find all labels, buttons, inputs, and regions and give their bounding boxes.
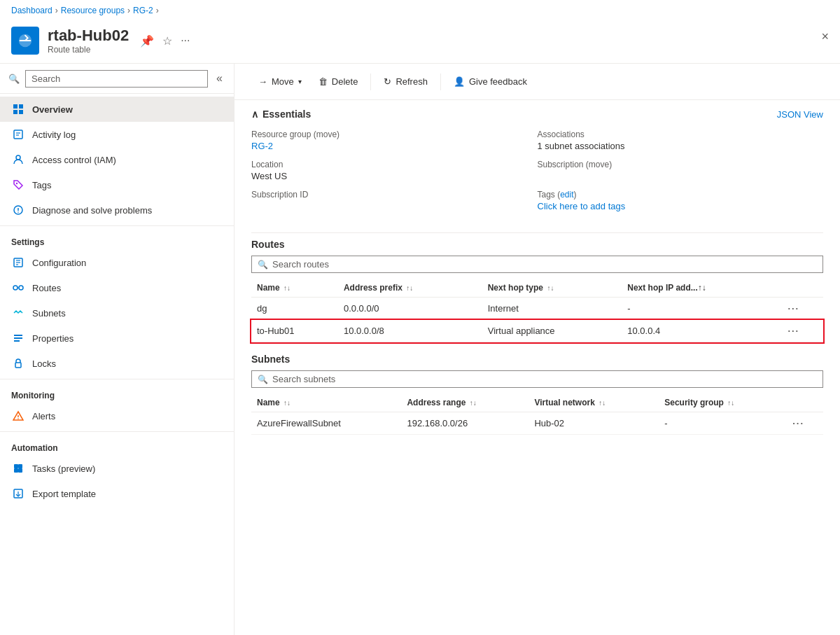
tags-label: Tags (edit) bbox=[538, 190, 824, 200]
subnets-col-actions bbox=[787, 393, 823, 412]
collapse-button[interactable]: « bbox=[214, 69, 225, 88]
resource-name: rtab-Hub02 bbox=[48, 27, 129, 45]
sidebar-item-tags[interactable]: Tags bbox=[0, 172, 234, 197]
tags-value[interactable]: Click here to add tags bbox=[538, 201, 824, 211]
svg-rect-5 bbox=[14, 130, 22, 139]
sidebar-item-activity-log[interactable]: Activity log bbox=[0, 122, 234, 147]
resource-type: Route table bbox=[48, 45, 129, 55]
routes-search-input[interactable] bbox=[272, 259, 817, 270]
toolbar-separator bbox=[370, 74, 371, 90]
sidebar-item-overview-label: Overview bbox=[32, 104, 73, 115]
svg-point-9 bbox=[16, 183, 18, 184]
monitoring-section-header: Monitoring bbox=[0, 382, 234, 403]
location-value: West US bbox=[251, 171, 538, 181]
sidebar-item-tasks[interactable]: Tasks (preview) bbox=[0, 456, 234, 481]
delete-label: Delete bbox=[332, 76, 358, 87]
sidebar-item-routes[interactable]: Routes bbox=[0, 275, 234, 300]
sidebar-search-container: 🔍 « bbox=[0, 64, 234, 94]
essentials-header: ∧ Essentials JSON View bbox=[234, 100, 840, 125]
subnets-col-range[interactable]: Address range ↑↓ bbox=[401, 393, 528, 412]
move-chevron-icon: ▾ bbox=[298, 78, 302, 85]
breadcrumb-resource-groups[interactable]: Resource groups bbox=[61, 6, 125, 15]
subnet-row-vnet: Hub-02 bbox=[528, 412, 659, 435]
refresh-icon: ↻ bbox=[384, 76, 391, 87]
favorite-icon[interactable]: ☆ bbox=[162, 34, 172, 48]
divider-2 bbox=[0, 379, 234, 379]
delete-button[interactable]: 🗑 Delete bbox=[312, 72, 365, 91]
page-header: rtab-Hub02 Route table 📌 ☆ ··· × bbox=[0, 21, 840, 64]
subnet-row-name: AzureFirewallSubnet bbox=[251, 412, 401, 435]
sidebar-item-alerts[interactable]: Alerts bbox=[0, 403, 234, 428]
essentials-title-text: Essentials bbox=[262, 109, 311, 120]
sidebar-item-properties-label: Properties bbox=[32, 333, 74, 344]
breadcrumb-dashboard[interactable]: Dashboard bbox=[11, 6, 52, 15]
routes-col-prefix[interactable]: Address prefix ↑↓ bbox=[338, 279, 482, 298]
svg-rect-3 bbox=[13, 110, 18, 114]
sidebar-item-diagnose-label: Diagnose and solve problems bbox=[32, 205, 152, 216]
tags-edit-link[interactable]: edit bbox=[560, 190, 573, 200]
locks-icon bbox=[11, 356, 25, 370]
sidebar-item-export[interactable]: Export template bbox=[0, 481, 234, 506]
sidebar-item-diagnose[interactable]: Diagnose and solve problems bbox=[0, 197, 234, 223]
divider-1 bbox=[0, 225, 234, 226]
routes-section: Routes 🔍 Name ↑↓ Address prefix ↑↓ Next … bbox=[234, 239, 840, 354]
config-icon bbox=[11, 256, 25, 270]
sidebar-item-tasks-label: Tasks (preview) bbox=[32, 463, 95, 474]
more-icon[interactable]: ··· bbox=[181, 34, 190, 48]
subnets-search-input[interactable] bbox=[272, 374, 817, 384]
json-view-link[interactable]: JSON View bbox=[777, 109, 823, 120]
subnets-section-title: Subnets bbox=[251, 354, 823, 365]
toolbar-separator-2 bbox=[440, 74, 441, 90]
table-row: to-Hub01 10.0.0.0/8 Virtual appliance 10… bbox=[251, 320, 823, 342]
breadcrumb-rg2[interactable]: RG-2 bbox=[133, 6, 153, 15]
pin-icon[interactable]: 📌 bbox=[140, 34, 154, 48]
resource-group-value[interactable]: RG-2 bbox=[251, 141, 538, 151]
sidebar-item-locks[interactable]: Locks bbox=[0, 351, 234, 376]
svg-rect-21 bbox=[14, 337, 22, 339]
location-label: Location bbox=[251, 160, 538, 169]
collapse-essentials-icon[interactable]: ∧ bbox=[251, 109, 258, 120]
sidebar-item-locks-label: Locks bbox=[32, 358, 56, 369]
move-button[interactable]: → Move ▾ bbox=[251, 72, 309, 91]
svg-rect-22 bbox=[14, 340, 20, 342]
svg-rect-20 bbox=[14, 335, 22, 336]
sidebar-item-overview[interactable]: Overview bbox=[0, 97, 234, 122]
routes-table: Name ↑↓ Address prefix ↑↓ Next hop type … bbox=[251, 279, 823, 342]
svg-rect-29 bbox=[14, 468, 18, 473]
subnets-col-name[interactable]: Name ↑↓ bbox=[251, 393, 401, 412]
routes-col-hop-ip[interactable]: Next hop IP add...↑↓ bbox=[622, 279, 782, 298]
toolbar: → Move ▾ 🗑 Delete ↻ Refresh 👤 Give feedb… bbox=[234, 64, 840, 100]
header-actions: 📌 ☆ ··· bbox=[140, 34, 190, 48]
subnet-row-security: - bbox=[659, 412, 787, 435]
route-row-more[interactable]: ··· bbox=[782, 298, 823, 320]
resource-icon bbox=[11, 27, 39, 55]
route-table-icon bbox=[18, 33, 33, 48]
subnets-col-vnet[interactable]: Virtual network ↑↓ bbox=[528, 393, 659, 412]
feedback-button[interactable]: 👤 Give feedback bbox=[447, 72, 534, 91]
svg-rect-1 bbox=[13, 104, 18, 109]
subnet-row-more[interactable]: ··· bbox=[787, 412, 823, 435]
refresh-button[interactable]: ↻ Refresh bbox=[377, 72, 435, 91]
divider-3 bbox=[0, 431, 234, 432]
sidebar-item-iam[interactable]: Access control (IAM) bbox=[0, 147, 234, 172]
search-input[interactable] bbox=[25, 70, 208, 88]
sidebar-item-routes-label: Routes bbox=[32, 283, 61, 293]
sidebar-item-configuration-label: Configuration bbox=[32, 258, 86, 268]
associations-value: 1 subnet associations bbox=[538, 141, 824, 151]
routes-col-hop-type[interactable]: Next hop type ↑↓ bbox=[482, 279, 622, 298]
sidebar-item-subnets[interactable]: Subnets bbox=[0, 300, 234, 326]
close-button[interactable]: × bbox=[821, 29, 829, 44]
routes-col-actions bbox=[782, 279, 823, 298]
svg-rect-28 bbox=[18, 464, 22, 468]
subnet-row-range: 192.168.0.0/26 bbox=[401, 412, 528, 435]
subnets-col-security[interactable]: Security group ↑↓ bbox=[659, 393, 787, 412]
essentials-associations: Associations 1 subnet associations bbox=[538, 125, 824, 155]
sidebar-item-configuration[interactable]: Configuration bbox=[0, 250, 234, 275]
move-icon: → bbox=[258, 76, 267, 87]
routes-search-field: 🔍 bbox=[251, 256, 823, 273]
routes-col-name[interactable]: Name ↑↓ bbox=[251, 279, 338, 298]
alerts-icon bbox=[11, 409, 25, 423]
sidebar-item-properties[interactable]: Properties bbox=[0, 326, 234, 351]
route-row-more[interactable]: ··· bbox=[782, 320, 823, 342]
sidebar-item-activity-log-label: Activity log bbox=[32, 130, 76, 140]
